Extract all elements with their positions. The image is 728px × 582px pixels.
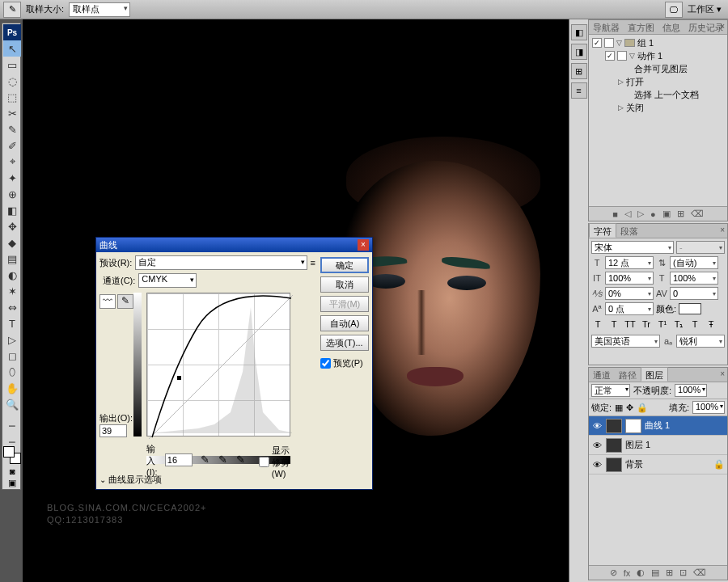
tool-3[interactable]: ⬚ <box>3 89 21 105</box>
tool-18[interactable]: ▷ <box>3 331 21 348</box>
tool-4[interactable]: ✂ <box>3 105 21 121</box>
tool-12[interactable]: ◆ <box>3 234 21 251</box>
layer-thumbnail[interactable] <box>606 438 622 453</box>
leading-field[interactable]: (自动) <box>670 256 718 269</box>
tab-通道[interactable]: 通道 <box>589 368 615 382</box>
text-style-button[interactable]: Ŧ <box>705 318 717 331</box>
tab-段落[interactable]: 段落 <box>616 224 642 238</box>
tool-preset-icon[interactable]: ✎ <box>3 2 21 18</box>
font-style-dropdown[interactable]: - <box>676 241 725 254</box>
visibility-icon[interactable]: 👁 <box>591 460 603 470</box>
footer-button[interactable]: ⊡ <box>679 567 687 578</box>
font-size-field[interactable]: 12 点 <box>605 256 654 269</box>
hscale-field[interactable]: 100% <box>670 272 718 285</box>
vscale-field[interactable]: 100% <box>605 272 654 285</box>
color-swatches[interactable] <box>3 446 21 464</box>
text-style-button[interactable]: T <box>688 318 701 331</box>
preset-dropdown[interactable]: 自定 <box>135 255 307 270</box>
visibility-icon[interactable]: 👁 <box>591 421 603 431</box>
text-color-swatch[interactable] <box>679 303 701 314</box>
baseline-field[interactable]: 0 点 <box>605 302 654 315</box>
tab-字符[interactable]: 字符 <box>589 223 616 238</box>
preview-checkbox[interactable] <box>320 358 331 369</box>
tool-8[interactable]: ✦ <box>3 170 21 186</box>
tool-1[interactable]: ▭ <box>3 57 21 73</box>
visibility-icon[interactable]: 👁 <box>591 441 603 450</box>
channel-dropdown[interactable]: CMYK <box>138 273 197 288</box>
foreground-swatch[interactable] <box>3 446 15 458</box>
ok-button[interactable]: 确定 <box>320 257 369 273</box>
tool-10[interactable]: ◧ <box>3 202 21 218</box>
tool-19[interactable]: ◻ <box>3 348 21 364</box>
footer-button[interactable]: ⌫ <box>691 209 704 219</box>
tool-20[interactable]: ⬯ <box>3 364 21 380</box>
layer-name[interactable]: 背景 <box>625 458 643 470</box>
layer-thumbnail[interactable] <box>606 458 622 472</box>
tool-6[interactable]: ✐ <box>3 137 21 154</box>
text-style-button[interactable]: T¹ <box>656 318 669 331</box>
tool-17[interactable]: T <box>3 315 21 331</box>
tab-信息[interactable]: 信息 <box>658 20 684 34</box>
show-clipping-checkbox[interactable] <box>259 457 269 467</box>
tool-2[interactable]: ◌ <box>3 73 21 89</box>
layer-name[interactable]: 曲线 1 <box>645 420 670 432</box>
tool-15[interactable]: ✶ <box>3 283 21 299</box>
antialias-dropdown[interactable]: 锐利 <box>676 335 725 348</box>
footer-button[interactable]: ⊞ <box>666 567 673 578</box>
footer-button[interactable]: fx <box>624 568 631 578</box>
font-family-dropdown[interactable]: 宋体 <box>591 241 674 254</box>
tool-23[interactable]: ⎯ <box>3 412 21 428</box>
auto-button[interactable]: 自动(A) <box>320 315 369 331</box>
lock-position-icon[interactable]: ✥ <box>626 403 633 413</box>
quickmask-toggle[interactable]: ◙ <box>3 466 21 477</box>
curve-editor[interactable]: 〰 ✎ 输出(O): <box>145 291 315 453</box>
tool-24[interactable]: ⎯ <box>3 428 21 445</box>
lock-all-icon[interactable]: 🔒 <box>637 403 648 413</box>
tool-22[interactable]: 🔍 <box>3 396 21 412</box>
tab-导航器[interactable]: 导航器 <box>589 20 624 34</box>
tool-21[interactable]: ✋ <box>3 380 21 396</box>
strip-button-3[interactable]: ⊞ <box>571 63 587 79</box>
dialog-titlebar[interactable]: 曲线 × <box>96 238 372 252</box>
strip-button-1[interactable]: ◧ <box>571 24 587 40</box>
tab-图层[interactable]: 图层 <box>641 367 668 382</box>
kerning-field[interactable]: 0% <box>605 287 654 300</box>
layer-name[interactable]: 图层 1 <box>625 439 650 451</box>
strip-button-2[interactable]: ◨ <box>571 44 587 60</box>
input-field[interactable] <box>165 453 193 466</box>
tracking-field[interactable]: 0 <box>670 287 718 300</box>
text-style-button[interactable]: T <box>607 318 620 331</box>
curve-point-tool[interactable]: 〰 <box>99 294 116 309</box>
blend-mode-dropdown[interactable]: 正常 <box>591 384 630 397</box>
footer-button[interactable]: ▷ <box>637 209 644 219</box>
footer-button[interactable]: ▤ <box>651 567 659 578</box>
options-button[interactable]: 选项(T)... <box>320 335 369 351</box>
tool-13[interactable]: ▤ <box>3 251 21 267</box>
smooth-button[interactable]: 平滑(M) <box>320 296 369 312</box>
text-style-button[interactable]: Tr <box>640 318 653 331</box>
layer-row[interactable]: 👁曲线 1 <box>589 416 727 436</box>
tool-14[interactable]: ◐ <box>3 267 21 283</box>
text-style-button[interactable]: TT <box>624 318 637 331</box>
text-style-button[interactable]: T₁ <box>672 318 685 331</box>
tool-7[interactable]: ⌖ <box>3 154 21 170</box>
workspace-dropdown[interactable]: 工作区 ▾ <box>688 3 722 15</box>
tool-9[interactable]: ⊕ <box>3 186 21 202</box>
fill-field[interactable]: 100% <box>692 401 725 414</box>
preset-menu-icon[interactable]: ≡ <box>311 258 315 268</box>
footer-button[interactable]: ▣ <box>662 209 671 219</box>
screenmode-toggle[interactable]: ▣ <box>3 477 21 488</box>
close-icon[interactable]: × <box>720 226 725 234</box>
white-point-eyedropper[interactable]: ✎ <box>236 453 249 466</box>
lock-pixels-icon[interactable]: ▦ <box>615 403 623 413</box>
tool-0[interactable]: ↖ <box>3 40 21 57</box>
close-icon[interactable]: × <box>720 369 725 378</box>
black-point-eyedropper[interactable]: ✎ <box>201 453 214 466</box>
curve-pencil-tool[interactable]: ✎ <box>117 294 133 309</box>
opacity-field[interactable]: 100% <box>675 384 707 397</box>
layer-thumbnail[interactable] <box>606 419 622 433</box>
language-dropdown[interactable]: 美国英语 <box>591 335 660 348</box>
gray-point-eyedropper[interactable]: ✎ <box>218 453 231 466</box>
tab-路径[interactable]: 路径 <box>615 368 641 382</box>
tool-16[interactable]: ⇔ <box>3 299 21 315</box>
